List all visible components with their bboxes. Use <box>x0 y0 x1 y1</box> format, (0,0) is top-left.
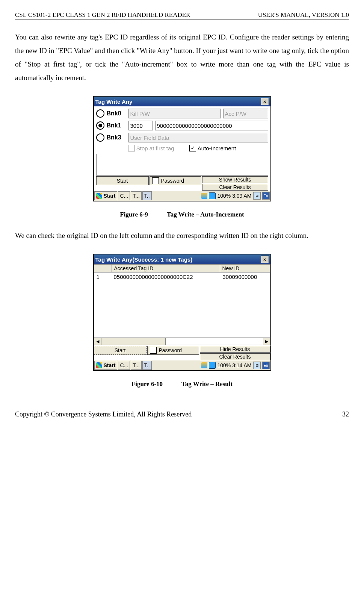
scroll-left-icon[interactable]: ◀ <box>94 338 101 345</box>
task-c[interactable]: C... <box>118 361 130 370</box>
epc-value-input[interactable]: 900000000000000000000000 <box>155 121 268 130</box>
horizontal-scrollbar[interactable]: ◀ ▶ <box>94 338 270 345</box>
bnk3-label: Bnk3 <box>107 134 126 141</box>
scroll-thumb[interactable] <box>101 338 166 345</box>
clear-results-button[interactable]: Clear Results <box>202 184 268 191</box>
battery-icon <box>209 362 216 369</box>
password-checkbox[interactable] <box>150 347 157 354</box>
page-header: CSL CS101-2 EPC CLASS 1 GEN 2 RFID HANDH… <box>15 11 349 20</box>
task-c[interactable]: C... <box>118 191 130 200</box>
hide-results-button[interactable]: Hide Results <box>200 346 270 353</box>
show-results-button[interactable]: Show Results <box>202 176 268 183</box>
sip-icon[interactable]: En <box>262 362 270 369</box>
result-table-header: Accessed Tag ID New ID <box>94 264 270 272</box>
network-icon <box>201 362 207 368</box>
figure-6-10-caption: Figure 6-10Tag Write – Result <box>15 380 349 388</box>
acc-pw-field: Acc P/W <box>223 109 268 118</box>
task-t1[interactable]: T... <box>131 191 142 200</box>
close-icon[interactable]: × <box>261 256 269 263</box>
page-footer: Copyright © Convergence Systems Limited,… <box>15 410 349 418</box>
figure-6-9-caption: Figure 6-9Tag Write – Auto-Increment <box>15 211 349 218</box>
windows-flag-icon <box>96 193 102 199</box>
battery-icon <box>209 192 216 199</box>
auto-increment-label: Auto-Increment <box>198 145 236 151</box>
header-right: USER'S MANUAL, VERSION 1.0 <box>258 11 349 19</box>
col-accessed-tag-id: Accessed Tag ID <box>112 265 220 272</box>
page-number: 32 <box>342 410 349 418</box>
start-button[interactable]: Start <box>96 176 149 185</box>
tag-list-area <box>96 154 268 176</box>
tag-write-result-window: Tag Write Any(Success: 1 new Tags) × Acc… <box>93 254 271 371</box>
epc-prefix-input[interactable]: 3000 <box>128 121 153 130</box>
bnk0-label: Bnk0 <box>107 110 126 117</box>
stop-first-tag-label: Stop at first tag <box>136 145 174 151</box>
taskbar: Start C... T... T.. 100% 3:14 AM 🖥 En <box>94 360 270 370</box>
desktop-icon[interactable]: 🖥 <box>253 362 261 369</box>
header-left: CSL CS101-2 EPC CLASS 1 GEN 2 RFID HANDH… <box>15 11 190 19</box>
paragraph-1: You can also rewrite any tag's EPC ID re… <box>15 30 349 85</box>
col-new-id: New ID <box>220 265 270 272</box>
clock: 100% 3:09 AM <box>217 193 251 199</box>
password-label: Password <box>159 347 182 353</box>
table-row[interactable]: 1 0500000000000000000000C22 30009000000 <box>94 272 270 281</box>
stop-first-tag-checkbox <box>128 145 135 151</box>
task-t2[interactable]: T.. <box>142 191 152 200</box>
paragraph-2: We can check the original ID on the left… <box>15 229 349 242</box>
start-menu-button[interactable]: Start <box>94 191 118 200</box>
bnk1-label: Bnk1 <box>107 122 126 129</box>
task-t2[interactable]: T.. <box>142 361 152 370</box>
clock: 100% 3:14 AM <box>217 362 251 368</box>
desktop-icon[interactable]: 🖥 <box>253 192 261 200</box>
password-label: Password <box>161 178 184 184</box>
window-title: Tag Write Any(Success: 1 new Tags) <box>95 256 193 263</box>
scroll-right-icon[interactable]: ▶ <box>263 338 270 345</box>
copyright: Copyright © Convergence Systems Limited,… <box>15 410 192 418</box>
window-title: Tag Write Any <box>95 98 133 105</box>
sip-icon[interactable]: En <box>262 192 270 200</box>
tag-write-any-window: Tag Write Any × Bnk0 Kill P/W Acc P/W Bn… <box>93 96 271 201</box>
close-icon[interactable]: × <box>261 98 269 105</box>
user-field-input: User Field Data <box>128 133 268 142</box>
task-t1[interactable]: T... <box>131 361 142 370</box>
bnk3-radio[interactable] <box>96 133 104 142</box>
bnk0-radio[interactable] <box>96 109 104 118</box>
password-checkbox[interactable] <box>152 177 159 184</box>
kill-pw-field: Kill P/W <box>128 109 221 118</box>
network-icon <box>201 193 207 199</box>
bnk1-radio[interactable] <box>96 121 104 130</box>
start-menu-button[interactable]: Start <box>94 361 118 370</box>
table-empty-area <box>94 281 270 338</box>
password-button[interactable]: Password <box>147 346 199 355</box>
windows-flag-icon <box>96 362 102 368</box>
clear-results-button[interactable]: Clear Results <box>200 353 270 360</box>
auto-increment-checkbox[interactable]: ✓ <box>189 145 196 151</box>
start-button[interactable]: Start <box>94 346 147 355</box>
password-button[interactable]: Password <box>150 176 201 185</box>
taskbar: Start C... T... T.. 100% 3:09 AM 🖥 En <box>94 191 270 201</box>
